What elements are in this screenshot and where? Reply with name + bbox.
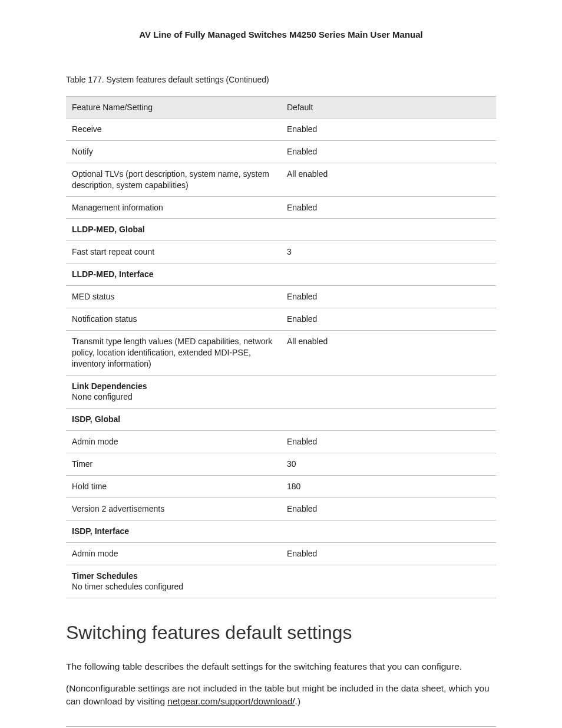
feature-name-cell: Admin mode xyxy=(66,542,281,565)
feature-name-cell: Notification status xyxy=(66,308,281,331)
default-value-cell: All enabled xyxy=(281,330,496,375)
feature-name-cell: Version 2 advertisements xyxy=(66,498,281,520)
table-row: Hold time180 xyxy=(66,476,496,498)
feature-name-cell: Transmit type length values (MED capabil… xyxy=(66,330,281,375)
table-row: Timer30 xyxy=(66,453,496,476)
section-title: LLDP-MED, Global xyxy=(72,225,145,234)
table-row: ISDP, Global xyxy=(66,409,496,431)
default-value-cell: 180 xyxy=(281,476,496,498)
default-value-cell: 3 xyxy=(281,241,496,263)
section-title: LLDP-MED, Interface xyxy=(72,269,153,279)
table-row: ReceiveEnabled xyxy=(66,118,496,141)
feature-name-cell: Fast start repeat count xyxy=(66,241,281,263)
table-header-feature: Feature Name/Setting xyxy=(66,97,281,118)
paragraph-intro: The following table describes the defaul… xyxy=(66,660,496,673)
section-title: ISDP, Interface xyxy=(72,526,129,536)
table-row: Management informationEnabled xyxy=(66,196,496,219)
table-header-default: Default xyxy=(281,97,496,118)
table-row: Optional TLVs (port description, system … xyxy=(66,163,496,196)
feature-name-cell: Admin mode xyxy=(66,431,281,453)
table-row: LLDP-MED, Interface xyxy=(66,263,496,286)
paragraph-note: (Nonconfigurable settings are not includ… xyxy=(66,682,496,709)
default-value-cell: Enabled xyxy=(281,498,496,520)
default-value-cell: Enabled xyxy=(281,118,496,141)
table-row: MED statusEnabled xyxy=(66,286,496,308)
feature-name-cell: Receive xyxy=(66,118,281,141)
table-row: LLDP-MED, Global xyxy=(66,219,496,241)
feature-name-cell: Notify xyxy=(66,140,281,163)
section-cell: Link DependenciesNone configured xyxy=(66,375,496,409)
feature-name-cell: MED status xyxy=(66,286,281,308)
table-row: Version 2 advertisementsEnabled xyxy=(66,498,496,520)
table-row: Link DependenciesNone configured xyxy=(66,375,496,409)
default-value-cell: Enabled xyxy=(281,140,496,163)
default-value-cell: Enabled xyxy=(281,196,496,219)
section-title: Timer Schedules xyxy=(72,571,138,581)
section-cell: Timer SchedulesNo timer schedules config… xyxy=(66,565,496,598)
section-subtitle: No timer schedules configured xyxy=(72,581,490,592)
table-row: Timer SchedulesNo timer schedules config… xyxy=(66,565,496,598)
section-cell: ISDP, Global xyxy=(66,409,496,431)
table-row: Admin modeEnabled xyxy=(66,542,496,565)
table-row: Admin modeEnabled xyxy=(66,431,496,453)
table-caption: Table 177. System features default setti… xyxy=(66,75,496,84)
para2-post: .) xyxy=(295,696,300,706)
section-subtitle: None configured xyxy=(72,391,490,403)
default-value-cell: 30 xyxy=(281,453,496,476)
settings-table: Feature Name/Setting Default ReceiveEnab… xyxy=(66,96,496,598)
feature-name-cell: Management information xyxy=(66,196,281,219)
table-row: Transmit type length values (MED capabil… xyxy=(66,330,496,375)
default-value-cell: Enabled xyxy=(281,308,496,331)
document-header: AV Line of Fully Managed Switches M4250 … xyxy=(66,29,496,39)
feature-name-cell: Timer xyxy=(66,453,281,476)
section-cell: ISDP, Interface xyxy=(66,520,496,542)
download-link[interactable]: netgear.com/support/download/ xyxy=(167,696,295,706)
section-title: Link Dependencies xyxy=(72,381,147,391)
section-title: ISDP, Global xyxy=(72,414,120,424)
default-value-cell: All enabled xyxy=(281,163,496,196)
default-value-cell: Enabled xyxy=(281,431,496,453)
table-row: NotifyEnabled xyxy=(66,140,496,163)
section-cell: LLDP-MED, Global xyxy=(66,219,496,241)
default-value-cell: Enabled xyxy=(281,542,496,565)
table-row: Fast start repeat count3 xyxy=(66,241,496,263)
feature-name-cell: Optional TLVs (port description, system … xyxy=(66,163,281,196)
default-value-cell: Enabled xyxy=(281,286,496,308)
table-row: ISDP, Interface xyxy=(66,520,496,542)
feature-name-cell: Hold time xyxy=(66,476,281,498)
section-cell: LLDP-MED, Interface xyxy=(66,263,496,286)
section-heading: Switching features default settings xyxy=(66,622,496,644)
table-row: Notification statusEnabled xyxy=(66,308,496,331)
